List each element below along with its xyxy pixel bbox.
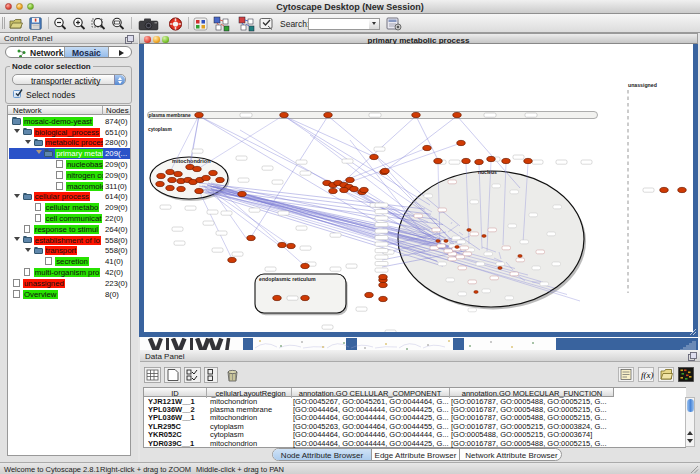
svg-text:f(x): f(x) bbox=[641, 370, 654, 380]
svg-text:unassigned: unassigned bbox=[628, 82, 657, 88]
svg-text:cytoplasm: cytoplasm bbox=[148, 127, 172, 132]
svg-text:nucleus: nucleus bbox=[478, 169, 497, 175]
svg-text:plasma membrane: plasma membrane bbox=[149, 113, 191, 118]
svg-text:endoplasmic reticulum: endoplasmic reticulum bbox=[259, 276, 316, 282]
